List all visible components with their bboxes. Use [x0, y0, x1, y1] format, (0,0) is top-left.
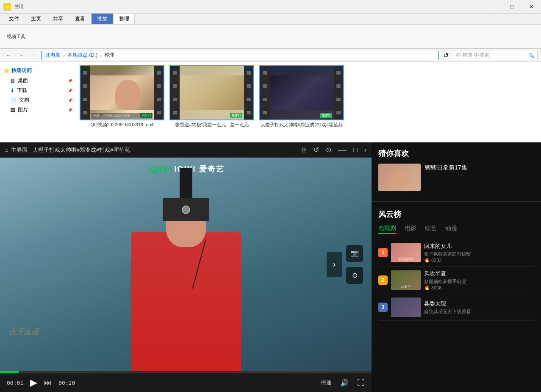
player-titlebar: ⌂ 主界面 大橙子打戏太帅啦#郑业成#打戏#霍笙苑 ⊞ ↺ ⊙ — □ ›: [0, 142, 372, 158]
file-item-3[interactable]: iQIYI 大橙子打戏太帅啦#郑业成#打戏#霍笙苑: [259, 65, 344, 139]
window-controls: — □ ✕: [483, 0, 541, 14]
file-item-1[interactable]: iQIYI 视频2(点赞哦,感谢不必要... QQ视频2022091600331…: [80, 65, 164, 139]
trend-thumbnail-1: 独播 更新至6集: [391, 243, 421, 262]
film-strip-right-3: [334, 66, 343, 120]
trend-info-3: 县委大院 庭院其乐无穷下载观看: [424, 300, 534, 315]
sidebar-item-desktop[interactable]: 🖥 桌面 📌: [0, 76, 76, 86]
recommendations-title: 猜你喜欢: [378, 148, 534, 158]
file-name-1: QQ视频20220916003319.mp4: [80, 122, 164, 128]
rotate-button[interactable]: ↺: [314, 146, 319, 154]
trend-item-1[interactable]: 1 独播 更新至6集 回来的女儿 张子枫敢装家庭有秘密 🔥 8333: [378, 239, 534, 267]
trend-tab-tv[interactable]: 电视剧: [378, 225, 396, 234]
right-panel: 猜你喜欢 独播 卿卿日常第17集 风云榜 电视剧 电影: [372, 142, 541, 392]
trend-sub-2: 赵丽颖欧豪携手创业: [424, 278, 534, 285]
trend-update-1: 更新至6集: [393, 257, 419, 261]
fullscreen-button[interactable]: ⛶: [357, 378, 365, 387]
file-name-3: 大橙子打戏太帅啦#郑业成#打戏#霍笙苑: [259, 122, 344, 128]
trend-update-2: 36集全: [393, 284, 419, 289]
player-close-button[interactable]: ›: [364, 146, 366, 154]
breadcrumb-sep2: ›: [100, 53, 102, 58]
corner-watermark: 虎牙直播: [8, 327, 39, 337]
pin-icon: 📌: [68, 79, 72, 83]
trend-stats-2: 🔥 8008: [424, 285, 534, 290]
film-strip-left-1: [80, 66, 90, 120]
settings-button[interactable]: ⊙: [326, 146, 331, 154]
explorer-area: ⭐ 快速访问 🖥 桌面 📌 ⬇ 下载 📌 📄 文档 📌 🖼 图片 📌: [0, 62, 541, 142]
trend-stats-1: 🔥 8333: [424, 257, 534, 263]
video-section: ⌂ 主界面 大橙子打戏太帅啦#郑业成#打戏#霍笙苑 ⊞ ↺ ⊙ — □ › iQ…: [0, 142, 372, 392]
trend-tab-variety[interactable]: 综艺: [425, 225, 437, 234]
search-box[interactable]: 在 整理 中搜索 🔍: [453, 51, 538, 60]
player-minimize-button[interactable]: —: [338, 145, 347, 155]
trend-title-1: 回来的女儿: [424, 242, 534, 250]
tab-share[interactable]: 共享: [47, 13, 69, 24]
rank-badge-2: 2: [378, 275, 388, 285]
title-bar-icons: 📁 整理: [3, 3, 24, 11]
tab-organize[interactable]: 整理: [114, 13, 135, 24]
progress-bar[interactable]: [0, 371, 372, 373]
pictures-icon: 🖼: [10, 107, 15, 113]
speed-button[interactable]: 倍速: [321, 379, 332, 386]
forward-button[interactable]: →: [16, 50, 26, 61]
refresh-button[interactable]: ↺: [441, 51, 450, 60]
file-item-2[interactable]: iQIYI 张雪迎#终极"我差一点儿...差一点儿: [169, 65, 254, 139]
rec-card-1[interactable]: 独播 卿卿日常第17集: [378, 164, 534, 191]
sidebar-item-pictures[interactable]: 🖼 图片 📌: [0, 105, 76, 115]
cast-button[interactable]: ⊞: [301, 146, 307, 154]
trend-info-1: 回来的女儿 张子枫敢装家庭有秘密 🔥 8333: [424, 242, 534, 263]
trend-item-3[interactable]: 3 县委大院 庭院其乐无穷下载观看: [378, 294, 534, 321]
tab-home[interactable]: 主页: [25, 13, 47, 24]
rec-thumbnail-1: 独播: [378, 164, 421, 191]
trend-thumbnail-2: 独播 36集全: [391, 270, 421, 290]
trend-tab-anime[interactable]: 动漫: [445, 225, 457, 234]
play-button[interactable]: ▶: [30, 377, 37, 388]
brightness-button[interactable]: ⊙: [346, 267, 363, 284]
desktop-icon: 🖥: [10, 78, 15, 84]
skip-button[interactable]: ⏭: [44, 378, 52, 387]
video-frame: iQIYI iQIYI 爱奇艺: [0, 158, 372, 371]
film-strip-left-3: [260, 66, 269, 120]
video-tools-label: 视频工具: [3, 33, 29, 40]
maximize-button[interactable]: □: [502, 0, 522, 14]
progress-fill: [0, 371, 19, 373]
close-button[interactable]: ✕: [522, 0, 541, 14]
home-icon: ⌂: [5, 147, 8, 153]
search-placeholder: 在 整理 中搜索: [456, 52, 489, 59]
trend-sub-1: 张子枫敢装家庭有秘密: [424, 251, 534, 257]
tab-file[interactable]: 文件: [3, 13, 25, 24]
back-button[interactable]: ←: [3, 50, 14, 61]
screenshot-button[interactable]: 📷: [346, 245, 363, 262]
address-bar: ← → ↑ 此电脑 › 本地磁盘 (D:) › 整理 ↺ 在 整理 中搜索 🔍: [0, 49, 541, 62]
trend-tab-movie[interactable]: 电影: [405, 225, 416, 234]
address-input[interactable]: 此电脑 › 本地磁盘 (D:) › 整理: [42, 51, 438, 60]
tab-play[interactable]: 播放: [92, 13, 113, 24]
trend-title-2: 风吹半夏: [424, 270, 534, 278]
sidebar-item-documents[interactable]: 📄 文档 📌: [0, 95, 76, 105]
player-right-controls: ⊞ ↺ ⊙ — □ ›: [301, 145, 366, 155]
trend-item-2[interactable]: 2 独播 36集全 风吹半夏 赵丽颖欧豪携手创业 🔥 8008: [378, 267, 534, 294]
pin-icon-3: 📌: [68, 98, 72, 103]
volume-button[interactable]: 🔊: [340, 379, 349, 387]
time-total: 00:20: [58, 380, 75, 386]
title-text: 整理: [14, 3, 24, 10]
next-arrow-button[interactable]: ›: [327, 252, 342, 277]
player-home-button[interactable]: ⌂ 主界面: [5, 146, 28, 154]
pin-icon-4: 📌: [68, 108, 72, 112]
up-button[interactable]: ↑: [29, 50, 39, 61]
trend-title-3: 县委大院: [424, 300, 534, 308]
rank-badge-3: 3: [378, 303, 388, 312]
file-caption-1: 视频2(点赞哦,感谢不必要...: [92, 113, 153, 119]
minimize-button[interactable]: —: [483, 0, 502, 14]
floating-controls: 📷 ⊙: [346, 245, 363, 284]
quick-access-header[interactable]: ⭐ 快速访问: [0, 65, 76, 76]
file-thumbnail-3: iQIYI: [259, 65, 344, 120]
breadcrumb-part1: 此电脑: [45, 52, 61, 59]
player-window-button[interactable]: □: [353, 146, 358, 154]
character-figure: [114, 158, 258, 371]
sidebar-item-download[interactable]: ⬇ 下载 📌: [0, 86, 76, 95]
ribbon-tabs: 文件 主页 共享 查看 播放 整理: [0, 14, 541, 25]
tab-view[interactable]: 查看: [69, 13, 91, 24]
rank-badge-1: 1: [378, 248, 388, 257]
breadcrumb-sep1: ›: [63, 53, 65, 58]
player-title: 大橙子打戏太帅啦#郑业成#打戏#霍笙苑: [33, 146, 296, 154]
